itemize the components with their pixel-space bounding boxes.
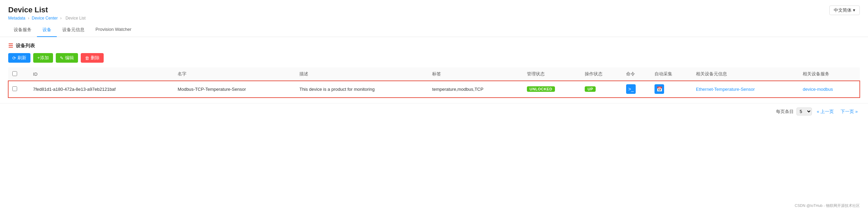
section-title: 设备列表 xyxy=(16,43,35,49)
delete-icon: 🗑 xyxy=(85,55,89,61)
edit-icon: ✎ xyxy=(60,55,64,61)
row-command: >_ xyxy=(622,81,650,98)
edit-label: 编辑 xyxy=(65,55,74,61)
delete-button[interactable]: 🗑 删除 xyxy=(81,53,104,63)
row-name: Modbus-TCP-Temperature-Sensor xyxy=(173,81,295,98)
row-admin-state: UNLOCKED xyxy=(523,81,581,98)
breadcrumb-metadata[interactable]: Metadata xyxy=(8,16,25,21)
row-desc: This device is a product for monitoring xyxy=(295,81,428,98)
row-id: 7fed81d1-a180-472a-8e13-a97eb2121baf xyxy=(29,81,174,98)
row-auto-collect: 📅 xyxy=(650,81,692,98)
device-service-link[interactable]: device-modbus xyxy=(803,87,833,92)
page-title: Device List xyxy=(8,5,860,14)
main-content: ☰ 设备列表 ⟳ 刷新 +添加 ✎ 编辑 🗑 删除 xyxy=(0,37,868,103)
col-auto-collect: 自动采集 xyxy=(650,67,692,81)
section-header: ☰ 设备列表 xyxy=(8,42,860,49)
calendar-button[interactable]: 📅 xyxy=(655,84,664,94)
refresh-label: 刷新 xyxy=(17,55,26,61)
page-footer: CSDN @IoTHub - 物联网开源技术社区 xyxy=(795,203,860,208)
delete-label: 删除 xyxy=(91,55,100,61)
prev-page-button[interactable]: « 上一页 xyxy=(815,108,836,115)
refresh-icon: ⟳ xyxy=(12,55,16,61)
pagination-bar: 每页条目 5 10 20 « 上一页 下一页 » xyxy=(0,103,868,120)
per-page-label: 每页条目 xyxy=(776,109,794,115)
page-header: Device List Metadata › Device Center › D… xyxy=(0,0,868,23)
edit-button[interactable]: ✎ 编辑 xyxy=(56,53,78,63)
admin-state-badge: UNLOCKED xyxy=(527,86,555,92)
col-name: 名字 xyxy=(173,67,295,81)
col-tags: 标签 xyxy=(428,67,522,81)
row-checkbox-cell xyxy=(8,81,29,98)
row-tags: temperature,modbus,TCP xyxy=(428,81,522,98)
col-id: ID xyxy=(29,67,174,81)
table-header-row: ID 名字 描述 标签 管理状态 操作状态 命令 自动采集 相关设备元信息 相关… xyxy=(8,67,860,81)
terminal-icon: >_ xyxy=(628,86,634,92)
tab-provision-watcher[interactable]: Provision Watcher xyxy=(90,23,137,37)
row-checkbox[interactable] xyxy=(12,86,17,91)
meta-info-link[interactable]: Ethernet-Temperature-Sensor xyxy=(696,87,755,92)
row-meta-link: Ethernet-Temperature-Sensor xyxy=(692,81,799,98)
row-service-link: device-modbus xyxy=(799,81,860,98)
tab-device-meta[interactable]: 设备元信息 xyxy=(57,23,90,37)
select-all-checkbox[interactable] xyxy=(12,71,17,76)
breadcrumb-current: Device List xyxy=(65,16,86,21)
language-button[interactable]: 中文简体 ▾ xyxy=(829,5,860,15)
col-command: 命令 xyxy=(622,67,650,81)
calendar-icon: 📅 xyxy=(657,86,662,92)
terminal-button[interactable]: >_ xyxy=(626,84,636,94)
tab-device[interactable]: 设备 xyxy=(37,23,57,37)
list-icon: ☰ xyxy=(8,42,13,49)
refresh-button[interactable]: ⟳ 刷新 xyxy=(8,53,30,63)
add-button[interactable]: +添加 xyxy=(33,53,53,63)
col-op-state: 操作状态 xyxy=(581,67,622,81)
table-row: 7fed81d1-a180-472a-8e13-a97eb2121baf Mod… xyxy=(8,81,860,98)
footer-text: CSDN @IoTHub - 物联网开源技术社区 xyxy=(795,203,860,208)
op-state-badge: UP xyxy=(585,86,596,92)
per-page-select[interactable]: 5 10 20 xyxy=(796,108,812,115)
breadcrumb: Metadata › Device Center › Device List xyxy=(8,16,860,21)
col-admin-state: 管理状态 xyxy=(523,67,581,81)
breadcrumb-device-center[interactable]: Device Center xyxy=(32,16,58,21)
device-table: ID 名字 描述 标签 管理状态 操作状态 命令 自动采集 相关设备元信息 相关… xyxy=(8,67,860,98)
col-desc: 描述 xyxy=(295,67,428,81)
language-label: 中文简体 ▾ xyxy=(834,7,855,13)
row-op-state: UP xyxy=(581,81,622,98)
col-checkbox xyxy=(8,67,29,81)
tab-device-service[interactable]: 设备服务 xyxy=(8,23,37,37)
tabs-bar: 设备服务 设备 设备元信息 Provision Watcher xyxy=(0,23,868,37)
col-device-service: 相关设备服务 xyxy=(799,67,860,81)
add-label: +添加 xyxy=(37,55,49,61)
action-buttons: ⟳ 刷新 +添加 ✎ 编辑 🗑 删除 xyxy=(8,53,860,63)
col-meta-info: 相关设备元信息 xyxy=(692,67,799,81)
next-page-button[interactable]: 下一页 » xyxy=(839,108,860,115)
